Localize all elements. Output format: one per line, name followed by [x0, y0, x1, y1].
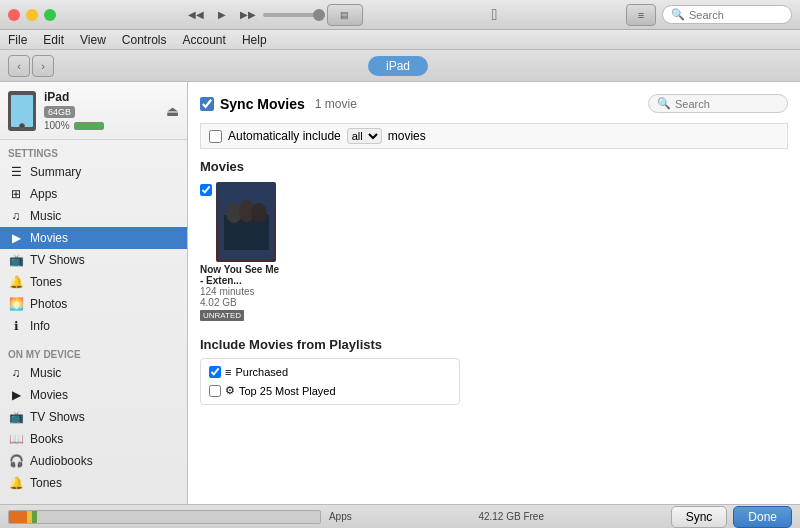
- main-layout: iPad 64GB 100% ⏏ Settings ☰ Summary ⊞ Ap…: [0, 82, 800, 504]
- search-input[interactable]: [689, 9, 783, 21]
- nav-bar: ‹ › iPad: [0, 50, 800, 82]
- battery-percent: 100%: [44, 120, 70, 131]
- bottom-bar: Apps 42.12 GB Free Sync Done: [0, 504, 800, 528]
- auto-include-label: Automatically include: [228, 129, 341, 143]
- device-tones-icon: 🔔: [8, 475, 24, 491]
- title-bar: ◀◀ ▶ ▶▶ ▤  ≡ 🔍: [0, 0, 800, 30]
- menu-controls[interactable]: Controls: [122, 33, 167, 47]
- menu-edit[interactable]: Edit: [43, 33, 64, 47]
- sidebar-item-device-music[interactable]: ♫ Music: [0, 362, 187, 384]
- playlist-purchased-icon: ≡: [225, 366, 231, 378]
- next-button[interactable]: ▶▶: [237, 4, 259, 26]
- volume-thumb[interactable]: [313, 9, 325, 21]
- menu-account[interactable]: Account: [183, 33, 226, 47]
- auto-include-suffix: movies: [388, 129, 426, 143]
- menu-help[interactable]: Help: [242, 33, 267, 47]
- playlist-box: ≡ Purchased ⚙ Top 25 Most Played: [200, 358, 460, 405]
- device-books-icon: 📖: [8, 431, 24, 447]
- playlist-purchased-checkbox[interactable]: [209, 366, 221, 378]
- sidebar: iPad 64GB 100% ⏏ Settings ☰ Summary ⊞ Ap…: [0, 82, 188, 504]
- info-icon: ℹ: [8, 318, 24, 334]
- ipad-tab[interactable]: iPad: [368, 56, 428, 76]
- play-button[interactable]: ▶: [211, 4, 233, 26]
- on-my-device-label: On My Device: [0, 345, 187, 362]
- close-button[interactable]: [8, 9, 20, 21]
- sidebar-item-device-books[interactable]: 📖 Books: [0, 428, 187, 450]
- prev-button[interactable]: ◀◀: [185, 4, 207, 26]
- apple-logo: : [491, 6, 497, 24]
- sync-label: Sync Movies 1 movie: [200, 96, 357, 112]
- sidebar-item-apps[interactable]: ⊞ Apps: [0, 183, 187, 205]
- device-info: iPad 64GB 100%: [44, 90, 166, 131]
- photos-icon: 🌅: [8, 296, 24, 312]
- storage-free-label: 42.12 GB Free: [356, 511, 667, 522]
- device-header: iPad 64GB 100% ⏏: [0, 82, 187, 140]
- movie-duration: 124 minutes: [200, 286, 280, 297]
- summary-icon: ☰: [8, 164, 24, 180]
- list-item: ⚙ Top 25 Most Played: [205, 381, 455, 400]
- sync-checkbox[interactable]: [200, 97, 214, 111]
- minimize-button[interactable]: [26, 9, 38, 21]
- movie-count: 1 movie: [315, 97, 357, 111]
- display-button[interactable]: ▤: [327, 4, 363, 26]
- storage-apps-segment: [9, 511, 27, 523]
- storage-bar: [8, 510, 321, 524]
- device-music-icon: ♫: [8, 365, 24, 381]
- list-button[interactable]: ≡: [626, 4, 656, 26]
- search-bar[interactable]: 🔍: [662, 5, 792, 24]
- sidebar-item-summary[interactable]: ☰ Summary: [0, 161, 187, 183]
- movie-size: 4.02 GB: [200, 297, 280, 308]
- movie-search-box[interactable]: 🔍: [648, 94, 788, 113]
- sync-header: Sync Movies 1 movie 🔍: [200, 94, 788, 113]
- maximize-button[interactable]: [44, 9, 56, 21]
- device-movies-icon: ▶: [8, 387, 24, 403]
- sidebar-item-device-audiobooks[interactable]: 🎧 Audiobooks: [0, 450, 187, 472]
- playlist-section-title: Include Movies from Playlists: [200, 337, 788, 352]
- movies-grid: Now You See Me - Exten... 124 minutes 4.…: [200, 182, 788, 321]
- sync-button[interactable]: Sync: [671, 506, 728, 528]
- tones-icon: 🔔: [8, 274, 24, 290]
- bottom-buttons: Sync Done: [671, 506, 792, 528]
- playlist-purchased-label: Purchased: [235, 366, 288, 378]
- apps-icon: ⊞: [8, 186, 24, 202]
- volume-slider[interactable]: [263, 13, 323, 17]
- sidebar-item-tones[interactable]: 🔔 Tones: [0, 271, 187, 293]
- auto-include-select[interactable]: all 1 5 10 25 50: [347, 128, 382, 144]
- auto-include-checkbox[interactable]: [209, 130, 222, 143]
- movie-thumb-inner: [216, 182, 276, 262]
- apps-label: Apps: [329, 511, 352, 522]
- list-item: ≡ Purchased: [205, 363, 455, 381]
- sidebar-item-device-tvshows[interactable]: 📺 TV Shows: [0, 406, 187, 428]
- menu-bar: File Edit View Controls Account Help: [0, 30, 800, 50]
- movie-thumbnail: [216, 182, 276, 262]
- movie-meta: Now You See Me - Exten... 124 minutes 4.…: [200, 264, 280, 321]
- sidebar-item-tvshows[interactable]: 📺 TV Shows: [0, 249, 187, 271]
- playlist-top25-label: Top 25 Most Played: [239, 385, 336, 397]
- battery-fill: [74, 122, 104, 130]
- sidebar-item-info[interactable]: ℹ Info: [0, 315, 187, 337]
- back-button[interactable]: ‹: [8, 55, 30, 77]
- movie-title: Now You See Me - Exten...: [200, 264, 280, 286]
- auto-include-bar: Automatically include all 1 5 10 25 50 m…: [200, 123, 788, 149]
- movie-search-input[interactable]: [675, 98, 779, 110]
- battery-bar: 100%: [44, 120, 166, 131]
- sidebar-item-music[interactable]: ♫ Music: [0, 205, 187, 227]
- movie-thumb-art: [219, 185, 274, 260]
- menu-view[interactable]: View: [80, 33, 106, 47]
- sidebar-item-photos[interactable]: 🌅 Photos: [0, 293, 187, 315]
- sidebar-item-device-tones[interactable]: 🔔 Tones: [0, 472, 187, 494]
- movies-icon: ▶: [8, 230, 24, 246]
- movie-checkbox[interactable]: [200, 184, 212, 196]
- svg-point-4: [251, 203, 267, 223]
- storage-other-segment: [32, 511, 37, 523]
- movie-rating-badge: UNRATED: [200, 310, 244, 321]
- done-button[interactable]: Done: [733, 506, 792, 528]
- sidebar-item-movies[interactable]: ▶ Movies: [0, 227, 187, 249]
- eject-button[interactable]: ⏏: [166, 103, 179, 119]
- menu-file[interactable]: File: [8, 33, 27, 47]
- tvshows-icon: 📺: [8, 252, 24, 268]
- playlist-top25-checkbox[interactable]: [209, 385, 221, 397]
- sync-text: Sync Movies: [220, 96, 305, 112]
- sidebar-item-device-movies[interactable]: ▶ Movies: [0, 384, 187, 406]
- forward-button[interactable]: ›: [32, 55, 54, 77]
